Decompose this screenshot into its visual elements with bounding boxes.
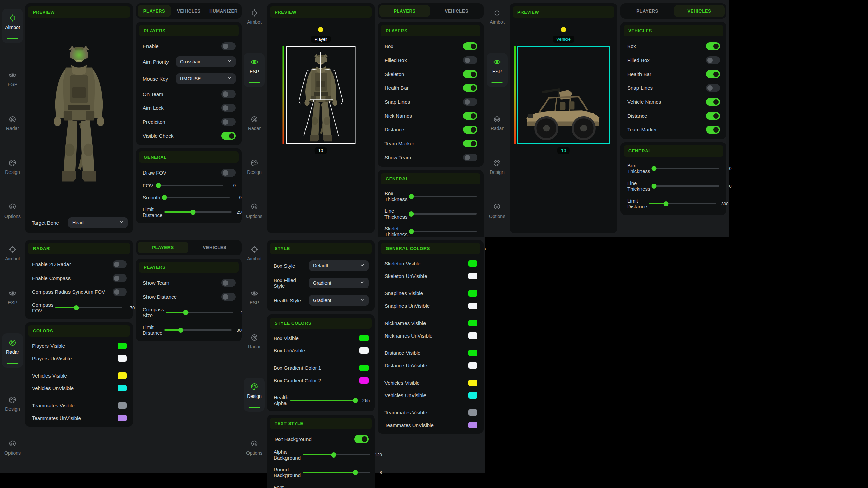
toggle-off[interactable]	[706, 56, 720, 64]
dropdown-select[interactable]: Default	[309, 260, 369, 271]
sidebar-item-aimbot[interactable]: Aimbot	[2, 9, 23, 43]
sidebar-item-design[interactable]: Design	[5, 396, 20, 412]
slider-knob[interactable]	[409, 211, 414, 217]
toggle-on[interactable]	[463, 140, 477, 147]
sidebar-item-options[interactable]: Options	[246, 203, 262, 219]
slider-knob[interactable]	[74, 305, 79, 310]
toggle-on[interactable]	[706, 126, 720, 134]
slider-knob[interactable]	[409, 229, 414, 234]
slider-control[interactable]	[410, 229, 477, 234]
color-swatch[interactable]	[468, 422, 477, 428]
slider-control[interactable]	[649, 201, 716, 206]
sidebar-item-design[interactable]: Design	[5, 159, 20, 175]
sidebar-item-radar[interactable]: Radar	[248, 115, 261, 131]
toggle-off[interactable]	[706, 84, 720, 92]
toggle-off[interactable]	[221, 279, 236, 287]
toggle-off[interactable]	[221, 90, 236, 98]
sidebar-item-aimbot[interactable]: Aimbot	[5, 245, 20, 261]
color-swatch[interactable]	[118, 355, 127, 362]
slider-knob[interactable]	[353, 470, 358, 475]
toggle-off[interactable]	[113, 288, 127, 296]
tab-vehicles[interactable]: VEHICLES	[172, 5, 205, 17]
color-swatch[interactable]	[359, 365, 369, 371]
color-swatch[interactable]	[359, 347, 369, 354]
sidebar-item-options[interactable]: Options	[4, 440, 21, 456]
slider-knob[interactable]	[409, 194, 414, 199]
tab-humanizer[interactable]: HUMANIZER	[207, 5, 240, 17]
color-swatch[interactable]	[468, 320, 477, 326]
dropdown-select[interactable]: RMOUSE	[176, 73, 236, 84]
color-swatch[interactable]	[468, 273, 477, 279]
slider-knob[interactable]	[353, 398, 358, 403]
sidebar-item-design[interactable]: Design	[244, 378, 265, 412]
toggle-on[interactable]	[463, 112, 477, 120]
sidebar-item-options[interactable]: Options	[489, 203, 505, 219]
sidebar-item-esp[interactable]: ESP	[250, 289, 259, 305]
dropdown-select[interactable]: Crosshair	[176, 56, 236, 67]
color-swatch[interactable]	[118, 343, 127, 349]
toggle-on[interactable]	[463, 70, 477, 78]
sidebar-item-radar[interactable]: Radar	[6, 115, 19, 131]
toggle-on[interactable]	[706, 70, 720, 78]
color-swatch[interactable]	[468, 380, 477, 386]
sidebar-item-radar[interactable]: Radar	[2, 333, 23, 368]
color-swatch[interactable]	[468, 290, 477, 297]
toggle-off[interactable]	[221, 118, 236, 126]
color-swatch[interactable]	[118, 402, 127, 409]
tab-players[interactable]: PLAYERS	[138, 242, 188, 253]
slider-knob[interactable]	[331, 452, 336, 458]
toggle-on[interactable]	[463, 84, 477, 92]
toggle-on[interactable]	[463, 126, 477, 134]
color-swatch[interactable]	[359, 335, 369, 341]
sidebar-item-esp[interactable]: ESP	[8, 71, 17, 87]
target-bone-select[interactable]: Head	[68, 217, 128, 228]
sidebar-item-design[interactable]: Design	[490, 159, 505, 175]
slider-control[interactable]	[652, 166, 719, 171]
slider-control[interactable]	[164, 328, 232, 333]
sidebar-item-aimbot[interactable]: Aimbot	[247, 245, 262, 261]
color-swatch[interactable]	[468, 350, 477, 356]
sidebar-item-esp[interactable]: ESP	[8, 289, 17, 305]
slider-control[interactable]	[162, 195, 230, 200]
color-swatch[interactable]	[118, 415, 127, 421]
toggle-off[interactable]	[221, 293, 236, 301]
color-swatch[interactable]	[468, 409, 477, 416]
slider-control[interactable]	[303, 452, 370, 458]
dropdown-select[interactable]: Gradient	[309, 278, 369, 288]
slider-control[interactable]	[652, 184, 719, 189]
toggle-off[interactable]	[113, 274, 127, 282]
sidebar-item-aimbot[interactable]: Aimbot	[247, 9, 262, 25]
sidebar-item-options[interactable]: Options	[246, 440, 262, 456]
color-swatch[interactable]	[359, 377, 369, 384]
sidebar-item-options[interactable]: Options	[4, 203, 21, 219]
slider-knob[interactable]	[190, 210, 195, 215]
toggle-on[interactable]	[706, 42, 720, 50]
toggle-on[interactable]	[354, 435, 369, 443]
toggle-on[interactable]	[706, 112, 720, 120]
sidebar-item-radar[interactable]: Radar	[248, 333, 261, 349]
toggle-off[interactable]	[463, 56, 477, 64]
tab-vehicles[interactable]: VEHICLES	[431, 5, 482, 17]
tab-players[interactable]: PLAYERS	[379, 5, 430, 17]
tab-vehicles[interactable]: VEHICLES	[190, 242, 240, 253]
toggle-off[interactable]	[463, 154, 477, 161]
sidebar-item-esp[interactable]: ESP	[244, 53, 265, 87]
tab-vehicles[interactable]: VEHICLES	[674, 5, 725, 17]
color-swatch[interactable]	[468, 332, 477, 339]
slider-control[interactable]	[166, 310, 233, 315]
color-swatch[interactable]	[468, 260, 477, 267]
sidebar-item-design[interactable]: Design	[247, 159, 262, 175]
color-swatch[interactable]	[118, 385, 127, 391]
sidebar-item-esp[interactable]: ESP	[487, 53, 508, 87]
tab-players[interactable]: PLAYERS	[622, 5, 673, 17]
toggle-off[interactable]	[463, 98, 477, 106]
toggle-on[interactable]	[706, 98, 720, 106]
slider-knob[interactable]	[162, 195, 167, 200]
slider-control[interactable]	[410, 211, 477, 217]
toggle-on[interactable]	[463, 42, 477, 50]
slider-control[interactable]	[164, 210, 232, 215]
toggle-off[interactable]	[113, 260, 127, 268]
toggle-off[interactable]	[221, 42, 236, 50]
slider-control[interactable]	[303, 470, 370, 475]
slider-knob[interactable]	[183, 310, 188, 315]
